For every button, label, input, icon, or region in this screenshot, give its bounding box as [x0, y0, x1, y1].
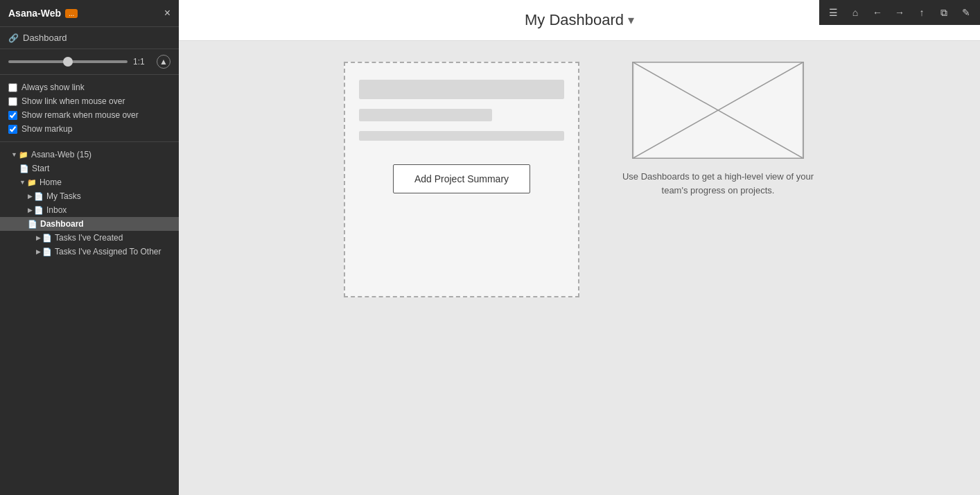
- tree-item-tasks-assigned[interactable]: ▶ 📄 Tasks I've Assigned To Other: [0, 245, 179, 259]
- tree-label-my-tasks: My Tasks: [46, 191, 81, 201]
- main-area: ☰ ⌂ ← → ↑ ⧉ ✎ My Dashboard ▾ Add Project…: [179, 0, 980, 495]
- placeholder-bar-medium: [359, 109, 492, 121]
- dashboard-content: Add Project Summary Use Dashboards to ge…: [179, 41, 980, 495]
- tree-section: ▼ 📁 Asana-Web (15) 📄 Start ▼ 📁 Home ▶ 📄 …: [0, 142, 179, 495]
- zoom-control: 1:1 ▲: [0, 49, 179, 75]
- sidebar: Asana-Web ... × 🔗 Dashboard 1:1 ▲ Always…: [0, 0, 179, 495]
- menu-button[interactable]: ☰: [823, 3, 843, 22]
- checkbox-show-remark-mouse[interactable]: [8, 111, 17, 120]
- checkbox-show-link-mouse[interactable]: [8, 97, 17, 106]
- file-icon-inbox: 📄: [34, 206, 44, 215]
- link-icon: 🔗: [8, 33, 19, 43]
- expand-icon-tasks-created: ▶: [36, 234, 41, 241]
- tree-label-dashboard: Dashboard: [40, 219, 84, 229]
- option-always-show-link-label: Always show link: [21, 82, 85, 92]
- tree-item-dashboard[interactable]: 📄 Dashboard: [0, 217, 179, 231]
- collapse-icon: ▼: [11, 151, 17, 158]
- project-summary-panel: Add Project Summary: [344, 62, 579, 297]
- checkbox-always-show-link[interactable]: [8, 83, 17, 92]
- forward-button[interactable]: →: [890, 3, 909, 22]
- tree-label-tasks-created: Tasks I've Created: [55, 233, 123, 243]
- file-icon: 📄: [19, 164, 29, 173]
- zoom-label: 1:1: [133, 57, 151, 67]
- collapse-icon-home: ▼: [19, 179, 26, 186]
- home-button[interactable]: ⌂: [846, 3, 865, 22]
- placeholder-bar-large: [359, 80, 564, 99]
- copy-button[interactable]: ⧉: [934, 3, 954, 22]
- file-icon-dashboard: 📄: [28, 220, 37, 229]
- tree-label-tasks-assigned: Tasks I've Assigned To Other: [55, 247, 161, 257]
- image-placeholder-panel: Use Dashboards to get a high-level view …: [621, 62, 815, 197]
- zoom-expand-button[interactable]: ▲: [157, 55, 170, 69]
- sidebar-header-left: Asana-Web ...: [8, 8, 78, 19]
- tree-label-asana-web: Asana-Web (15): [31, 150, 91, 159]
- option-show-markup-label: Show markup: [21, 124, 72, 134]
- option-show-link-mouse-label: Show link when mouse over: [21, 96, 125, 106]
- add-project-summary-button[interactable]: Add Project Summary: [393, 164, 530, 193]
- tree-item-inbox[interactable]: ▶ 📄 Inbox: [0, 203, 179, 217]
- app-title: Asana-Web: [8, 8, 61, 19]
- edit-button[interactable]: ✎: [956, 3, 976, 22]
- options-section: Always show link Show link when mouse ov…: [0, 75, 179, 142]
- file-icon-tasks-created: 📄: [42, 234, 52, 243]
- app-badge: ...: [65, 9, 78, 18]
- up-button[interactable]: ↑: [912, 3, 931, 22]
- tree-item-asana-web[interactable]: ▼ 📁 Asana-Web (15): [0, 148, 179, 162]
- sidebar-dashboard-link[interactable]: 🔗 Dashboard: [0, 27, 179, 49]
- folder-icon-home: 📁: [27, 178, 37, 187]
- tree-label-start: Start: [32, 164, 49, 173]
- placeholder-bar-small: [359, 131, 564, 141]
- expand-icon-inbox: ▶: [28, 207, 33, 214]
- image-placeholder: [632, 62, 804, 159]
- tree-item-start[interactable]: 📄 Start: [0, 162, 179, 175]
- option-show-link-mouse[interactable]: Show link when mouse over: [8, 94, 170, 108]
- dashboard-title: My Dashboard: [525, 11, 624, 29]
- tree-label-home: Home: [40, 177, 62, 187]
- back-button[interactable]: ←: [868, 3, 887, 22]
- zoom-slider[interactable]: [8, 60, 128, 63]
- tree-item-home[interactable]: ▼ 📁 Home: [0, 175, 179, 189]
- close-button[interactable]: ×: [164, 7, 170, 19]
- option-show-remark-mouse-label: Show remark when mouse over: [21, 110, 139, 120]
- expand-icon-tasks-assigned: ▶: [36, 248, 41, 255]
- toolbar-overlay: ☰ ⌂ ← → ↑ ⧉ ✎: [819, 0, 980, 25]
- sidebar-header: Asana-Web ... ×: [0, 0, 179, 27]
- sidebar-dashboard-label: Dashboard: [23, 33, 67, 43]
- folder-icon: 📁: [19, 150, 28, 159]
- option-show-markup[interactable]: Show markup: [8, 122, 170, 136]
- file-icon-tasks-assigned: 📄: [42, 248, 52, 257]
- option-show-remark-mouse[interactable]: Show remark when mouse over: [8, 108, 170, 122]
- image-description: Use Dashboards to get a high-level view …: [621, 170, 815, 197]
- checkbox-show-markup[interactable]: [8, 125, 17, 134]
- file-icon-my-tasks: 📄: [34, 192, 44, 201]
- dashboard-dropdown-button[interactable]: ▾: [628, 12, 634, 28]
- tree-item-tasks-created[interactable]: ▶ 📄 Tasks I've Created: [0, 231, 179, 245]
- tree-label-inbox: Inbox: [46, 205, 67, 215]
- option-always-show-link[interactable]: Always show link: [8, 80, 170, 94]
- expand-icon-my-tasks: ▶: [28, 193, 33, 200]
- tree-item-my-tasks[interactable]: ▶ 📄 My Tasks: [0, 189, 179, 203]
